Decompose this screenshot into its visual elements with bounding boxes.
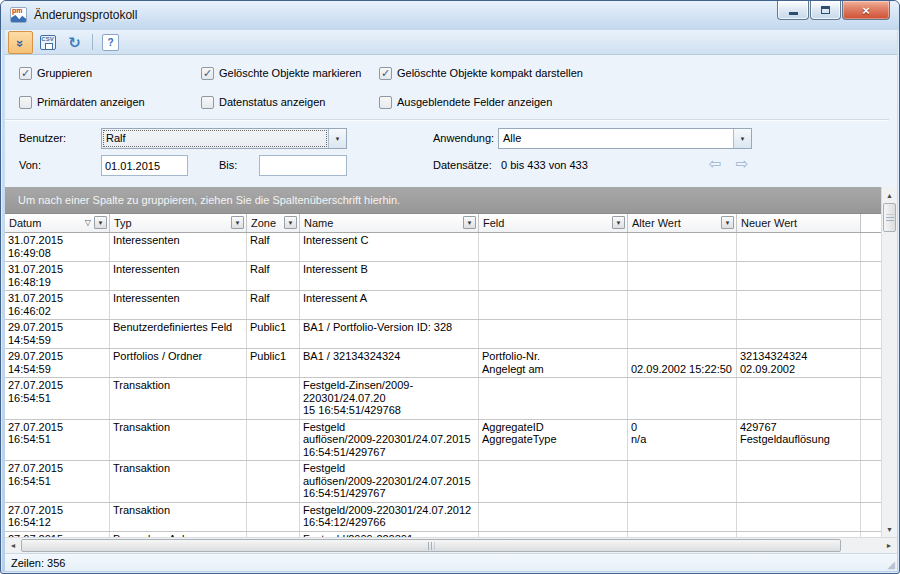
maximize-button[interactable] [810, 1, 841, 20]
app-icon: pm [10, 7, 27, 23]
cell-datum: 29.07.2015 14:54:59 [5, 349, 110, 377]
cell-datum: 31.07.2015 16:49:08 [5, 233, 110, 261]
scroll-right-icon[interactable]: ► [881, 538, 897, 553]
arrow-left-icon: ⇦ [709, 156, 722, 171]
cell-typ: Transaktion [110, 503, 247, 531]
window-title: Änderungsprotokoll [34, 8, 137, 22]
minimize-icon [789, 12, 798, 15]
vertical-scrollbar[interactable]: ▲ ▼ [881, 187, 897, 537]
filter-panel: ✓Gruppieren✓Gelöschte Objekte markieren✓… [5, 55, 897, 187]
table-row[interactable]: 31.07.2015 16:49:08InteressentenRalfInte… [5, 233, 881, 262]
cell-alter-wert [628, 291, 737, 319]
chevron-down-icon: ▼ [740, 136, 746, 142]
table-row[interactable]: 31.07.2015 16:46:02InteressentenRalfInte… [5, 291, 881, 320]
horizontal-scrollbar-track[interactable] [841, 538, 881, 553]
column-header-name[interactable]: Name▼ [300, 214, 479, 232]
column-filter-button[interactable]: ▼ [612, 216, 625, 229]
checkbox-item: ✓Gelöschte Objekte kompakt darstellen [379, 66, 583, 80]
column-filter-button[interactable]: ▼ [231, 216, 244, 229]
column-header-label: Neuer Wert [741, 217, 797, 229]
checkbox-datenstatus-anzeigen[interactable] [201, 96, 214, 109]
cell-feld [479, 378, 628, 419]
double-chevron-down-icon: » [14, 39, 27, 44]
thumb-grip-icon [428, 542, 435, 550]
table-row[interactable]: 29.07.2015 14:54:59Portfolios / OrdnerPu… [5, 349, 881, 378]
cell-typ: Benutzerdefiniertes Feld [110, 320, 247, 348]
cell-zone: Ralf [247, 291, 300, 319]
column-header-feld[interactable]: Feld▼ [479, 214, 628, 232]
grid-header: Datum▽▼Typ▼Zone▼Name▼Feld▼Alter Wert▼Neu… [5, 214, 881, 233]
cell-feld [479, 233, 628, 261]
next-page-button[interactable]: ⇨ [732, 155, 752, 171]
cell-feld: Portfolio-Nr. Angelegt am [479, 349, 628, 377]
benutzer-dropdown-button[interactable]: ▼ [328, 129, 346, 148]
help-button[interactable]: ? [98, 31, 123, 54]
checkbox-gelöschte-objekte-markieren[interactable]: ✓ [201, 67, 214, 80]
column-filter-button[interactable]: ▼ [463, 216, 476, 229]
cell-datum: 27.07.2015 16:54:12 [5, 503, 110, 531]
column-filter-button[interactable]: ▼ [721, 216, 734, 229]
anwendung-combobox[interactable]: Alle ▼ [498, 128, 752, 149]
column-header-label: Name [304, 217, 333, 229]
checkbox-primärdaten-anzeigen[interactable] [19, 96, 32, 109]
cell-alter-wert [628, 503, 737, 531]
table-row[interactable]: 27.07.2015 16:54:51TransaktionFestgeld-Z… [5, 378, 881, 420]
checkbox-label: Primärdaten anzeigen [37, 96, 145, 108]
checkbox-item: Primärdaten anzeigen [19, 95, 201, 109]
toggle-filter-panel-button[interactable]: » [8, 31, 33, 54]
column-header-datum[interactable]: Datum▽▼ [5, 214, 110, 232]
previous-page-button[interactable]: ⇦ [705, 155, 725, 171]
column-header-label: Zone [251, 217, 276, 229]
status-bar: Zeilen: 356 ◢ [5, 553, 897, 571]
von-date-input[interactable] [101, 155, 188, 176]
table-row[interactable]: 27.07.2015 16:54:51TransaktionFestgeld a… [5, 461, 881, 503]
horizontal-scrollbar[interactable]: ◄ ► [5, 537, 897, 553]
scroll-down-icon[interactable]: ▼ [882, 521, 897, 537]
cell-zone [247, 461, 300, 502]
checkbox-label: Datenstatus anzeigen [219, 96, 325, 108]
cell-typ: Portfolios / Ordner [110, 349, 247, 377]
benutzer-label: Benutzer: [19, 132, 66, 144]
anwendung-dropdown-button[interactable]: ▼ [733, 129, 751, 148]
column-header-label: Alter Wert [632, 217, 681, 229]
cell-zone: Public1 [247, 320, 300, 348]
checkbox-item: Datenstatus anzeigen [201, 95, 379, 109]
minimize-button[interactable] [777, 1, 809, 20]
bis-label: Bis: [219, 159, 237, 171]
table-row[interactable]: 29.07.2015 14:54:59Benutzerdefiniertes F… [5, 320, 881, 349]
column-header-zone[interactable]: Zone▼ [247, 214, 300, 232]
column-header-typ[interactable]: Typ▼ [110, 214, 247, 232]
checkbox-ausgeblendete-felder-anzeigen[interactable] [379, 96, 392, 109]
scroll-left-icon[interactable]: ◄ [5, 538, 21, 553]
table-row[interactable]: 27.07.2015 16:54:51TransaktionFestgeld a… [5, 420, 881, 462]
column-filter-button[interactable]: ▼ [284, 216, 297, 229]
column-header-neuer-wert[interactable]: Neuer Wert [737, 214, 861, 232]
bis-date-input[interactable] [259, 155, 347, 176]
benutzer-combobox[interactable]: Ralf ▼ [101, 128, 347, 149]
grid-body: 31.07.2015 16:49:08InteressentenRalfInte… [5, 233, 881, 537]
toolbar: » csv ↻ ? [5, 30, 897, 55]
column-header-label: Typ [114, 217, 132, 229]
checkbox-gruppieren[interactable]: ✓ [19, 67, 32, 80]
cell-alter-wert [628, 233, 737, 261]
cell-feld [479, 320, 628, 348]
vertical-scrollbar-track[interactable] [882, 232, 897, 521]
column-filter-button[interactable]: ▼ [94, 216, 107, 229]
cell-neuer-wert: 32134324324 02.09.2002 [737, 349, 861, 377]
horizontal-scrollbar-thumb[interactable] [21, 539, 841, 552]
refresh-button[interactable]: ↻ [62, 31, 87, 54]
scroll-up-icon[interactable]: ▲ [882, 187, 897, 203]
benutzer-value: Ralf [102, 129, 328, 148]
resize-grip[interactable]: ◢ [887, 560, 895, 570]
chevron-down-icon: ▼ [616, 220, 622, 226]
export-csv-button[interactable]: csv [35, 31, 60, 54]
table-row[interactable]: 31.07.2015 16:48:19InteressentenRalfInte… [5, 262, 881, 291]
checkbox-gelöschte-objekte-kompakt-darstellen[interactable]: ✓ [379, 67, 392, 80]
table-row[interactable]: 27.07.2015 16:54:12TransaktionFestgeld/2… [5, 503, 881, 532]
close-button[interactable]: × [842, 1, 890, 20]
checkbox-item: ✓Gelöschte Objekte markieren [201, 66, 379, 80]
vertical-scrollbar-thumb[interactable] [883, 203, 896, 232]
checkbox-label: Ausgeblendete Felder anzeigen [397, 96, 552, 108]
group-by-bar[interactable]: Um nach einer Spalte zu gruppieren, zieh… [5, 187, 881, 214]
column-header-alter-wert[interactable]: Alter Wert▼ [628, 214, 737, 232]
